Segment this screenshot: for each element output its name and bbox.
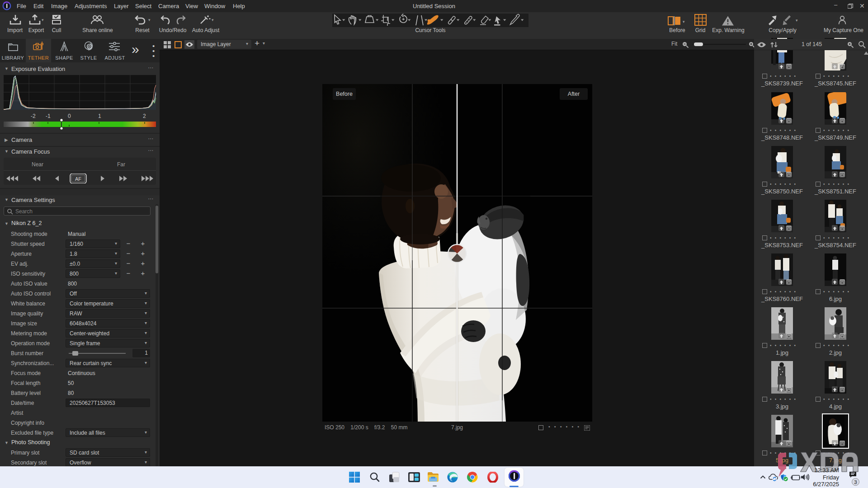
svg-text:AF: AF bbox=[75, 176, 81, 182]
